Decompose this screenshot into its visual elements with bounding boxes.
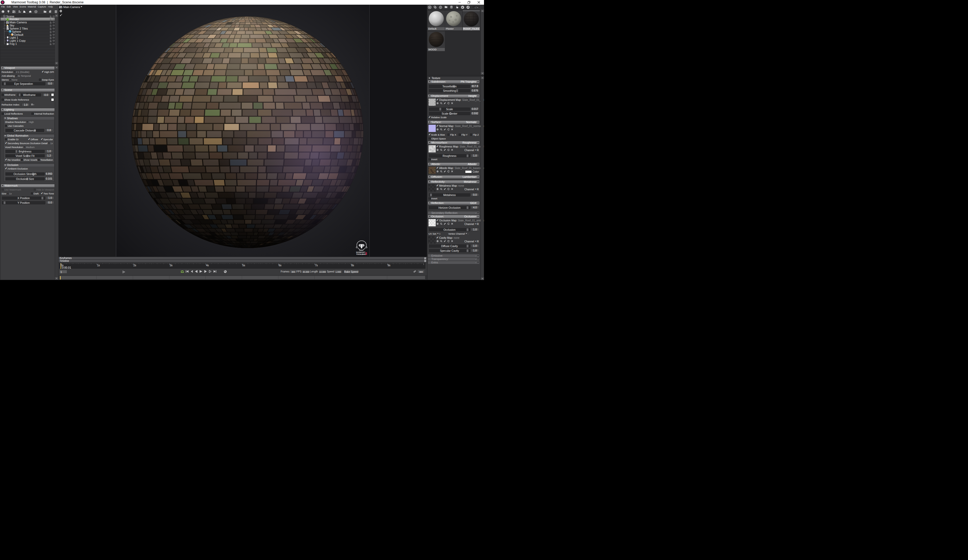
scroll-up-button[interactable] (55, 66, 58, 69)
material-section-surface[interactable]: Surface:Normals (428, 121, 479, 124)
value-box[interactable]: 0.8 (45, 129, 53, 132)
reload-icon[interactable] (448, 240, 449, 242)
reload-icon[interactable] (448, 128, 449, 131)
gear-icon[interactable] (436, 240, 439, 242)
slider-track[interactable]: Scale Center (429, 112, 470, 115)
value-box[interactable]: 0.592 (471, 112, 479, 115)
checkbox-object-space[interactable]: Object Space (428, 137, 446, 140)
slider-track[interactable]: Metalness (429, 193, 470, 197)
current-frame-input[interactable]: 1 (60, 270, 67, 274)
checkbox-local-reflections[interactable]: Local Reflections (2, 112, 23, 115)
slider-track[interactable]: Diffuse Cavity (429, 244, 470, 248)
field-value-length[interactable]: 10.000 (319, 269, 326, 273)
section-header-scene[interactable]: Scene (1, 89, 55, 91)
section-header-lighting[interactable]: Lighting (1, 108, 55, 111)
clear-icon[interactable] (451, 102, 453, 104)
clear-icon[interactable] (451, 149, 453, 151)
lock-icon[interactable] (49, 30, 52, 33)
material-section-diffusion[interactable]: Diffusion:Lambertian (428, 175, 479, 178)
checkbox-show-scale-reference[interactable]: Show Scale Reference (2, 98, 29, 101)
tree-row-default[interactable]: Default (0, 33, 55, 36)
scissors-icon[interactable] (123, 271, 125, 273)
clear-icon[interactable] (451, 240, 453, 242)
slider-track[interactable]: Voxel Scene Fit (5, 154, 45, 157)
slider-track[interactable]: Horizon Occlusion (429, 206, 470, 209)
clear-icon[interactable] (451, 188, 453, 190)
delete-icon[interactable] (55, 10, 57, 13)
lock-icon[interactable] (49, 43, 52, 45)
value-box[interactable]: 1.0 (471, 228, 479, 231)
play-from-icon[interactable] (209, 270, 212, 273)
value-box[interactable]: 6.993 (45, 172, 53, 175)
keyframes-bar[interactable]: Keyframes (59, 257, 427, 259)
slider-track[interactable]: Roughness (429, 154, 470, 157)
lock-icon[interactable] (49, 24, 52, 27)
subsection-header[interactable]: Global Illumination (3, 135, 54, 137)
tree-row-main-camera[interactable]: Main Camera (0, 21, 55, 24)
tree-row-light-1-copy[interactable]: Light 1 Copy (0, 39, 55, 42)
new-material-icon[interactable] (428, 5, 431, 9)
menu-edit[interactable]: Edit (7, 5, 11, 8)
tree-row-sky[interactable]: Sky (0, 24, 55, 27)
add-light-icon[interactable] (7, 10, 10, 13)
checkbox-relative-scale[interactable]: ✓Relative Scale (428, 116, 447, 119)
reload-icon[interactable] (448, 223, 449, 225)
minimize-button[interactable] (455, 0, 464, 5)
add-sky-icon[interactable] (23, 10, 26, 13)
material-scrollbar[interactable] (481, 10, 484, 75)
pencil-icon[interactable] (444, 170, 446, 172)
tree-row-sphere[interactable]: Sphere (0, 30, 55, 33)
field-value-frames[interactable]: 300 (290, 269, 297, 273)
clear-icon[interactable] (451, 223, 453, 225)
close-button[interactable] (474, 0, 484, 5)
delete-icon[interactable] (450, 5, 453, 9)
subsection-header[interactable]: Shadows (3, 117, 54, 119)
material-section-reflectivity[interactable]: Reflectivity:Metalness (428, 180, 479, 183)
value-box[interactable]: 0.0 (43, 93, 50, 96)
pencil-icon[interactable] (444, 149, 446, 151)
lock-icon[interactable] (49, 40, 52, 42)
viewport-3d[interactable]: Main Camera MARMOSETTOOLBAG3 (59, 5, 427, 257)
slider-wireframe[interactable]: Wireframe (18, 93, 41, 96)
checkbox-use-watermark[interactable]: Use Watermark (2, 188, 21, 191)
add-shadow-catcher-icon[interactable] (29, 10, 31, 13)
reload-icon[interactable] (448, 170, 449, 172)
material-tile-default[interactable]: Default (428, 11, 445, 30)
subsection-header[interactable]: Occlusion (3, 164, 54, 167)
checkbox-use-cascades[interactable]: Use Cascades (5, 124, 23, 127)
checkbox-two-tone[interactable]: ✓Two-Tone (41, 192, 54, 195)
reload-icon[interactable] (448, 149, 449, 151)
material-section-reflection[interactable]: Reflection:GGX (428, 202, 479, 205)
menu-capture[interactable]: Capture (38, 5, 46, 8)
dropdown-stereo[interactable]: StereoNone (2, 78, 17, 81)
pencil-icon[interactable] (444, 223, 446, 225)
pencil-icon[interactable] (444, 128, 446, 131)
checkbox-enable-gi[interactable]: Enable GI (5, 138, 18, 141)
material-section-microsurface[interactable]: Microsurface:Roughness (428, 141, 479, 144)
field-value-speed[interactable]: 1.000 (335, 269, 342, 273)
restore-button[interactable] (464, 0, 474, 5)
value-box[interactable]: 4.0 (471, 206, 479, 209)
gear-icon[interactable] (436, 149, 439, 151)
lock-icon[interactable] (49, 27, 52, 30)
material-tile-wood[interactable]: WOOD (428, 31, 445, 51)
material-editor-scrollbar[interactable] (481, 76, 484, 280)
tree-row-render[interactable]: Render (0, 18, 55, 21)
reload-icon[interactable] (448, 188, 449, 190)
clear-icon[interactable] (451, 128, 453, 131)
magnifier-icon[interactable] (440, 170, 442, 172)
material-tile-roof_tiles[interactable]: ROOF_TILES (463, 11, 480, 30)
material-section-secondary_reflection[interactable]: Secondary Reflection:- (428, 211, 479, 215)
value-box[interactable]: 1.2 (45, 154, 53, 157)
checkbox-secondary-bounces[interactable]: ✓Secondary Bounces (5, 142, 29, 145)
add-external-icon[interactable] (18, 10, 21, 13)
tree-row-sphere-2-tiles[interactable]: Sphere 2 Tiles (0, 27, 55, 30)
checkbox-invert[interactable]: Invert (428, 158, 437, 161)
slider-track[interactable]: Brightness (5, 150, 45, 153)
sync-value-box[interactable]: 300 (417, 269, 424, 273)
dropdown-resolution[interactable]: Resolution2:1 (Double) (2, 71, 29, 73)
checkbox-show-voxels[interactable]: Show Voxels (21, 159, 37, 161)
dropdown-vertex-channel[interactable]: Vertex Channel- (448, 232, 468, 235)
lock-icon[interactable] (49, 21, 52, 23)
link-icon[interactable] (413, 270, 416, 273)
